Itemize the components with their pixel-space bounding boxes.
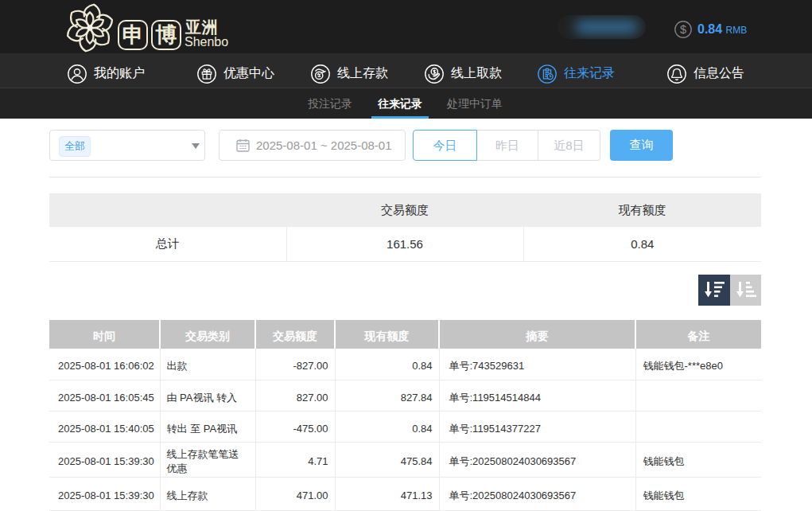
svg-text:$: $ (680, 23, 686, 36)
